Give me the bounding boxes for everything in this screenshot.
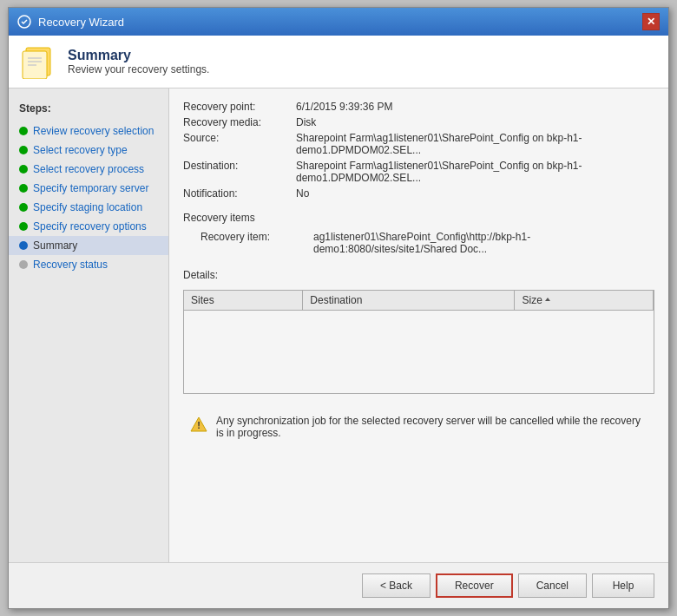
sidebar-label-specify-temp: Specify temporary server bbox=[33, 182, 148, 194]
close-button[interactable]: ✕ bbox=[642, 13, 660, 30]
col-destination: Destination bbox=[303, 291, 515, 311]
content-area: Recovery point: 6/1/2015 9:39:36 PM Reco… bbox=[169, 88, 668, 562]
warning-text: Any synchronization job for the selected… bbox=[216, 415, 647, 439]
recovery-items-label: Recovery items bbox=[183, 212, 654, 224]
dot-select-type bbox=[19, 146, 28, 154]
sidebar-label-select-process: Select recovery process bbox=[33, 163, 144, 175]
destination-value: Sharepoint Farm\ag1listener01\SharePoint… bbox=[296, 160, 654, 184]
sidebar-item-specify-temporary-server[interactable]: Specify temporary server bbox=[9, 179, 168, 198]
details-table: Sites Destination Size bbox=[184, 291, 654, 311]
dot-summary bbox=[19, 241, 28, 250]
sidebar-item-specify-recovery-options[interactable]: Specify recovery options bbox=[9, 217, 168, 236]
notification-label: Notification: bbox=[183, 187, 296, 200]
sidebar-label-recovery-status: Recovery status bbox=[33, 259, 108, 271]
recovery-item-value: ag1listener01\SharePoint_Config\http://b… bbox=[313, 231, 654, 255]
title-bar-left: Recovery Wizard bbox=[17, 15, 124, 29]
dot-review bbox=[19, 127, 28, 135]
source-label: Source: bbox=[183, 132, 296, 156]
sidebar-label-recovery-options: Specify recovery options bbox=[33, 220, 147, 233]
window-title: Recovery Wizard bbox=[38, 16, 124, 29]
sidebar-label-staging: Specify staging location bbox=[33, 201, 142, 213]
dot-recovery-options bbox=[19, 222, 28, 231]
source-value: Sharepoint Farm\ag1listener01\SharePoint… bbox=[296, 132, 654, 156]
header-text: Summary Review your recovery settings. bbox=[68, 48, 209, 75]
cancel-button[interactable]: Cancel bbox=[518, 573, 587, 598]
sidebar-item-select-recovery-type[interactable]: Select recovery type bbox=[9, 141, 168, 160]
sidebar-item-review-recovery-selection[interactable]: Review recovery selection bbox=[9, 121, 168, 141]
svg-text:!: ! bbox=[197, 420, 200, 430]
summary-icon bbox=[21, 44, 56, 79]
notification-value: No bbox=[296, 187, 654, 200]
recovery-item-label: Recovery item: bbox=[200, 231, 313, 255]
sidebar-label-select-type: Select recovery type bbox=[33, 144, 128, 156]
recovery-point-value: 6/1/2015 9:39:36 PM bbox=[296, 101, 654, 113]
sort-icon bbox=[544, 297, 551, 304]
col-size: Size bbox=[515, 291, 654, 311]
size-sort: Size bbox=[522, 294, 550, 306]
recovery-point-label: Recovery point: bbox=[183, 101, 296, 113]
details-table-container: Sites Destination Size bbox=[183, 290, 654, 394]
recover-button[interactable]: Recover bbox=[436, 573, 513, 598]
help-button[interactable]: Help bbox=[592, 573, 654, 598]
sidebar: Steps: Review recovery selection Select … bbox=[9, 88, 169, 562]
sidebar-label-review: Review recovery selection bbox=[33, 125, 154, 137]
dot-select-process bbox=[19, 165, 28, 174]
steps-label: Steps: bbox=[9, 99, 168, 121]
sidebar-item-recovery-status[interactable]: Recovery status bbox=[9, 255, 168, 274]
warning-icon: ! bbox=[190, 416, 207, 433]
app-icon bbox=[17, 15, 31, 29]
sidebar-label-summary: Summary bbox=[33, 239, 77, 252]
recovery-item-table: Recovery item: ag1listener01\SharePoint_… bbox=[183, 231, 654, 255]
header-section: Summary Review your recovery settings. bbox=[9, 36, 668, 88]
sidebar-item-select-recovery-process[interactable]: Select recovery process bbox=[9, 160, 168, 179]
main-content: Steps: Review recovery selection Select … bbox=[9, 88, 668, 562]
warning-box: ! Any synchronization job for the select… bbox=[183, 406, 654, 448]
recovery-wizard-window: Recovery Wizard ✕ Summary Review your re… bbox=[8, 7, 669, 609]
dot-recovery-status bbox=[19, 260, 28, 269]
info-table: Recovery point: 6/1/2015 9:39:36 PM Reco… bbox=[183, 101, 654, 200]
recovery-media-label: Recovery media: bbox=[183, 116, 296, 128]
sidebar-item-specify-staging-location[interactable]: Specify staging location bbox=[9, 198, 168, 217]
dot-staging bbox=[19, 203, 28, 212]
footer: < Back Recover Cancel Help bbox=[9, 562, 668, 608]
back-button[interactable]: < Back bbox=[362, 573, 431, 598]
dot-specify-temp bbox=[19, 184, 28, 193]
sidebar-item-summary[interactable]: Summary bbox=[9, 236, 168, 255]
header-title: Summary bbox=[68, 48, 209, 63]
col-sites: Sites bbox=[184, 291, 303, 311]
details-label: Details: bbox=[183, 269, 654, 281]
recovery-media-value: Disk bbox=[296, 116, 654, 128]
header-subtitle: Review your recovery settings. bbox=[68, 63, 209, 75]
destination-label: Destination: bbox=[183, 160, 296, 184]
title-bar: Recovery Wizard ✕ bbox=[9, 8, 668, 36]
